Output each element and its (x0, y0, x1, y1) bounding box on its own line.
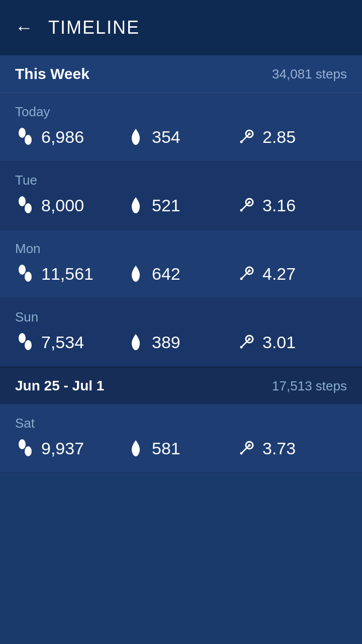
prev-week-steps-summary: 17,513 steps (272, 378, 347, 394)
steps-value-today: 6,986 (41, 127, 84, 147)
this-week-label: This Week (15, 65, 89, 83)
svg-point-1 (25, 135, 32, 145)
distance-value-today: 2.85 (262, 127, 296, 147)
svg-point-19 (25, 340, 32, 350)
day-row-tue[interactable]: Tue 8,000 521 (0, 162, 362, 230)
svg-point-23 (240, 346, 243, 349)
day-name-tue: Tue (15, 173, 347, 188)
distance-icon-mon (236, 264, 256, 284)
day-name-sat: Sat (15, 416, 347, 431)
distance-icon-sat (236, 438, 256, 458)
steps-value-tue: 8,000 (41, 196, 84, 215)
day-row-mon[interactable]: Mon 11,561 642 (0, 230, 362, 298)
steps-stat-mon: 11,561 (15, 264, 126, 284)
calories-stat-tue: 521 (126, 195, 236, 215)
steps-value-mon: 11,561 (41, 264, 94, 284)
svg-point-11 (240, 209, 243, 212)
calories-stat-mon: 642 (126, 264, 236, 284)
steps-stat-tue: 8,000 (15, 195, 126, 215)
steps-stat-sat: 9,937 (15, 438, 126, 458)
flame-icon-sun (126, 332, 146, 352)
day-stats-sat: 9,937 581 3.73 (15, 438, 347, 458)
distance-value-mon: 4.27 (262, 264, 296, 284)
steps-icon-sat (15, 438, 35, 458)
calories-value-today: 354 (152, 127, 180, 147)
flame-icon-mon (126, 264, 146, 284)
distance-stat-tue: 3.16 (236, 195, 347, 215)
distance-value-tue: 3.16 (262, 196, 296, 215)
distance-icon-sun (236, 332, 256, 352)
steps-value-sun: 7,534 (41, 333, 84, 352)
day-stats-mon: 11,561 642 4.27 (15, 264, 347, 284)
calories-stat-sun: 389 (126, 332, 236, 352)
day-row-sat[interactable]: Sat 9,937 581 (0, 405, 362, 473)
this-week-steps-summary: 34,081 steps (272, 66, 347, 82)
calories-stat-sat: 581 (126, 438, 236, 458)
day-stats-today: 6,986 354 2.85 (15, 127, 347, 147)
day-name-sun: Sun (15, 309, 347, 325)
steps-stat-today: 6,986 (15, 127, 126, 147)
calories-value-sun: 389 (152, 333, 180, 352)
distance-stat-today: 2.85 (236, 127, 347, 147)
back-button[interactable]: ← (15, 17, 33, 38)
steps-value-sat: 9,937 (41, 439, 84, 458)
prev-week-label: Jun 25 - Jul 1 (15, 378, 104, 394)
svg-point-17 (240, 278, 243, 280)
distance-icon-tue (236, 195, 256, 215)
steps-icon-sun (15, 332, 35, 352)
day-name-today: Today (15, 104, 347, 120)
svg-point-12 (19, 265, 26, 275)
steps-icon-mon (15, 264, 35, 284)
svg-point-29 (240, 452, 243, 455)
page-title: TIMELINE (48, 17, 140, 38)
svg-point-6 (19, 196, 26, 206)
svg-point-24 (19, 439, 26, 449)
steps-stat-sun: 7,534 (15, 332, 126, 352)
calories-value-tue: 521 (152, 196, 180, 215)
calories-value-sat: 581 (152, 439, 180, 458)
distance-icon-today (236, 127, 256, 147)
this-week-header: This Week 34,081 steps (0, 55, 362, 93)
flame-icon-sat (126, 438, 146, 458)
day-row-sun[interactable]: Sun 7,534 389 (0, 298, 362, 367)
svg-point-18 (19, 333, 26, 343)
distance-stat-sat: 3.73 (236, 438, 347, 458)
prev-week-header: Jun 25 - Jul 1 17,513 steps (0, 367, 362, 405)
distance-value-sat: 3.73 (262, 439, 296, 458)
distance-stat-sun: 3.01 (236, 332, 347, 352)
calories-value-mon: 642 (152, 264, 180, 284)
day-name-mon: Mon (15, 241, 347, 257)
flame-icon-today (126, 127, 146, 147)
day-stats-tue: 8,000 521 3.16 (15, 195, 347, 215)
svg-point-0 (19, 128, 26, 138)
app-header: ← TIMELINE (0, 0, 362, 55)
distance-value-sun: 3.01 (262, 333, 296, 352)
day-stats-sun: 7,534 389 3.01 (15, 332, 347, 352)
steps-icon-today (15, 127, 35, 147)
day-row-today[interactable]: Today 6,986 354 (0, 93, 362, 162)
svg-point-13 (25, 272, 32, 282)
steps-icon-tue (15, 195, 35, 215)
svg-point-7 (25, 203, 32, 213)
calories-stat-today: 354 (126, 127, 236, 147)
distance-stat-mon: 4.27 (236, 264, 347, 284)
svg-point-5 (240, 141, 243, 143)
svg-point-25 (25, 446, 32, 456)
flame-icon-tue (126, 195, 146, 215)
